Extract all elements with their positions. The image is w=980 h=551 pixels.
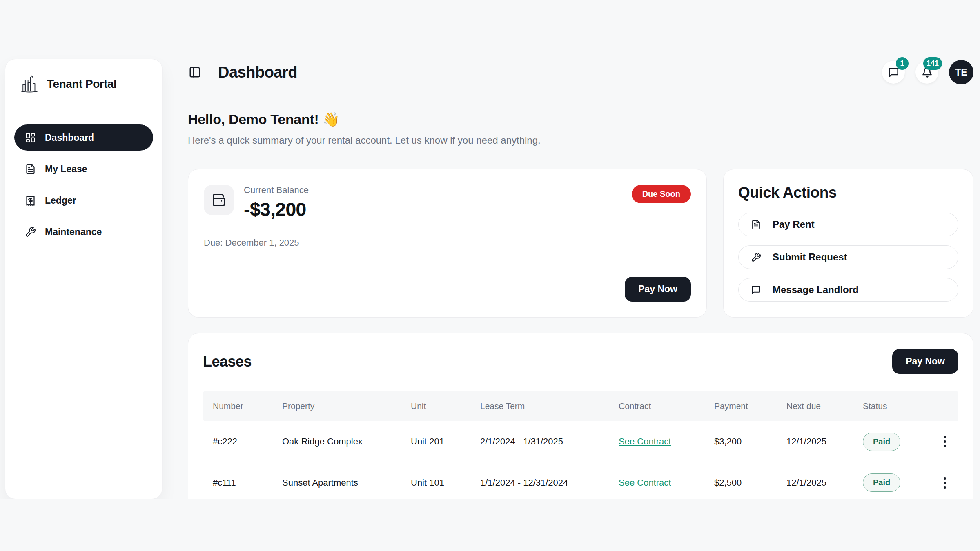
wallet-icon-box <box>204 185 234 215</box>
leases-pay-now-button[interactable]: Pay Now <box>892 349 958 374</box>
topbar-actions: 1 141 TE <box>882 60 973 84</box>
lease-number: #c222 <box>213 436 282 447</box>
lease-unit: Unit 201 <box>411 436 480 447</box>
greeting-section: Hello, Demo Tenant! 👋 Here's a quick sum… <box>188 111 973 146</box>
sidebar-item-label: Maintenance <box>45 227 102 238</box>
greeting-subheading: Here's a quick summary of your rental ac… <box>188 135 973 146</box>
wrench-icon <box>751 252 761 262</box>
wallet-icon <box>212 193 226 207</box>
quick-action-label: Pay Rent <box>773 219 815 230</box>
lease-table-row: #c111 Sunset Apartments Unit 101 1/1/202… <box>203 462 958 499</box>
dashboard-grid-icon <box>25 132 36 143</box>
leases-card: Leases Pay Now Number Property Unit Leas… <box>188 333 973 499</box>
quick-actions-card: Quick Actions Pay Rent Submit Request <box>723 169 973 318</box>
pay-rent-button[interactable]: Pay Rent <box>738 213 958 236</box>
column-header-property: Property <box>282 401 411 411</box>
quick-action-label: Message Landlord <box>773 284 859 295</box>
buildings-logo-icon <box>18 73 40 95</box>
quick-action-label: Submit Request <box>773 251 847 263</box>
main-content: Dashboard 1 141 TE Hello, Demo Tena <box>188 0 973 499</box>
chat-bubble-icon <box>888 67 899 78</box>
leases-header: Leases Pay Now <box>203 349 958 374</box>
column-header-unit: Unit <box>411 401 480 411</box>
greeting-heading: Hello, Demo Tenant! 👋 <box>188 111 973 127</box>
lease-property: Oak Ridge Complex <box>282 436 411 447</box>
notifications-button[interactable]: 141 <box>915 61 938 84</box>
column-header-contract: Contract <box>619 401 714 411</box>
lease-next-due: 12/1/2025 <box>786 478 863 488</box>
column-header-number: Number <box>213 401 282 411</box>
sidebar: Tenant Portal Dashboard My Lease <box>5 59 163 499</box>
column-header-status: Status <box>863 401 931 411</box>
summary-cards-row: Current Balance -$3,200 Due Soon Due: De… <box>188 169 973 318</box>
tenant-portal-app: Tenant Portal Dashboard My Lease <box>0 0 980 499</box>
notifications-count-badge: 141 <box>923 57 942 70</box>
file-text-icon <box>25 164 36 175</box>
wrench-icon <box>25 227 36 238</box>
column-header-payment: Payment <box>714 401 786 411</box>
status-badge: Paid <box>863 473 900 492</box>
balance-amount: -$3,200 <box>244 198 309 220</box>
user-avatar[interactable]: TE <box>949 60 973 84</box>
balance-info: Current Balance -$3,200 <box>244 185 309 220</box>
sidebar-item-label: Ledger <box>45 195 76 206</box>
receipt-dollar-icon <box>25 195 36 206</box>
see-contract-link[interactable]: See Contract <box>619 436 671 447</box>
balance-top-row: Current Balance -$3,200 Due Soon <box>204 185 691 220</box>
lease-term: 1/1/2024 - 12/31/2024 <box>480 478 619 488</box>
column-header-next-due: Next due <box>786 401 863 411</box>
leases-title: Leases <box>203 353 252 370</box>
lease-table-row: #c222 Oak Ridge Complex Unit 201 2/1/202… <box>203 421 958 462</box>
file-text-icon <box>751 220 761 230</box>
lease-term: 2/1/2024 - 1/31/2025 <box>480 436 619 447</box>
page-title: Dashboard <box>218 64 297 81</box>
quick-actions-list: Pay Rent Submit Request Message Landlord <box>738 213 958 302</box>
sidebar-item-label: Dashboard <box>45 132 94 143</box>
lease-number: #c111 <box>213 478 282 488</box>
leases-table: Number Property Unit Lease Term Contract… <box>203 391 958 499</box>
due-date-text: Due: December 1, 2025 <box>204 238 691 248</box>
lease-unit: Unit 101 <box>411 478 480 488</box>
brand-logo-row: Tenant Portal <box>14 71 153 95</box>
balance-label: Current Balance <box>244 185 309 196</box>
due-soon-badge: Due Soon <box>632 185 691 203</box>
panel-left-icon <box>189 66 201 78</box>
sidebar-item-ledger[interactable]: Ledger <box>14 187 153 213</box>
see-contract-link[interactable]: See Contract <box>619 478 671 488</box>
messages-count-badge: 1 <box>896 57 909 70</box>
quick-actions-title: Quick Actions <box>738 184 958 201</box>
leases-table-header: Number Property Unit Lease Term Contract… <box>203 391 958 421</box>
row-menu-button[interactable] <box>940 433 949 451</box>
status-badge: Paid <box>863 433 900 451</box>
sidebar-nav: Dashboard My Lease Ledger <box>14 124 153 245</box>
submit-request-button[interactable]: Submit Request <box>738 245 958 269</box>
pay-now-button[interactable]: Pay Now <box>625 277 691 302</box>
lease-payment: $2,500 <box>714 478 786 488</box>
column-header-lease-term: Lease Term <box>480 401 619 411</box>
balance-card: Current Balance -$3,200 Due Soon Due: De… <box>188 169 707 318</box>
sidebar-item-label: My Lease <box>45 164 87 175</box>
topbar: Dashboard 1 141 TE <box>188 60 973 85</box>
sidebar-item-dashboard[interactable]: Dashboard <box>14 124 153 151</box>
message-icon <box>751 285 761 295</box>
lease-payment: $3,200 <box>714 436 786 447</box>
sidebar-item-maintenance[interactable]: Maintenance <box>14 219 153 245</box>
lease-next-due: 12/1/2025 <box>786 436 863 447</box>
message-landlord-button[interactable]: Message Landlord <box>738 278 958 302</box>
lease-property: Sunset Apartments <box>282 478 411 488</box>
sidebar-toggle-button[interactable] <box>188 65 202 79</box>
sidebar-item-my-lease[interactable]: My Lease <box>14 156 153 182</box>
messages-button[interactable]: 1 <box>882 61 905 84</box>
row-menu-button[interactable] <box>940 474 949 492</box>
brand-name: Tenant Portal <box>47 78 116 91</box>
